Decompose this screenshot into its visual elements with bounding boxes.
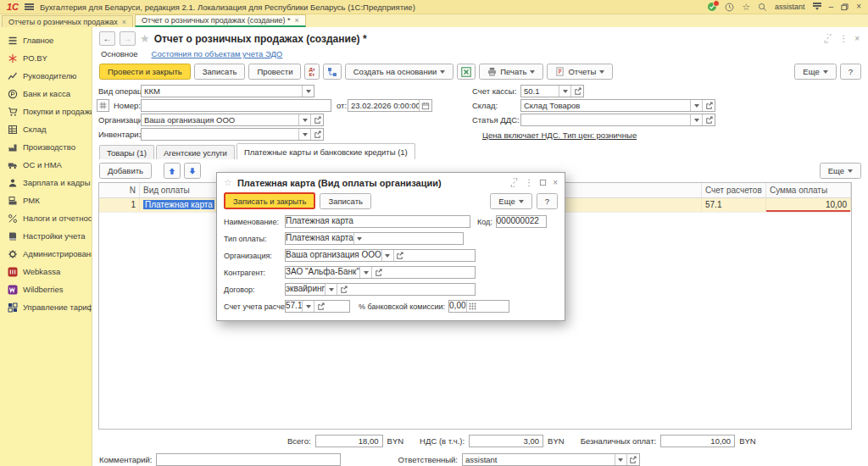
service-menu-icon[interactable] — [813, 3, 821, 12]
organization-combobox[interactable]: Ваша организация ООО — [285, 249, 476, 262]
organization-combobox[interactable]: Ваша организация ООО — [141, 114, 324, 126]
back-button[interactable]: ← — [99, 31, 115, 46]
sidebar-item-nastroiki-ucheta[interactable]: Настройки учета — [0, 227, 92, 245]
more-button[interactable]: Еще — [794, 64, 836, 80]
open-button[interactable] — [626, 454, 639, 465]
post-and-close-button[interactable]: Провести и закрыть — [99, 64, 191, 80]
forward-button[interactable]: → — [120, 31, 136, 46]
operation-combobox[interactable]: ККМ — [141, 85, 314, 97]
tab-tovary[interactable]: Товары (1) — [99, 145, 154, 159]
move-up-button[interactable] — [164, 163, 181, 179]
open-button[interactable] — [371, 267, 384, 278]
favorites-icon[interactable]: ☆ — [742, 3, 750, 12]
main-menu-icon[interactable] — [25, 3, 34, 10]
open-button[interactable] — [702, 100, 715, 111]
column-header-n[interactable]: N — [99, 183, 140, 197]
dropdown-button[interactable] — [359, 267, 371, 278]
favorite-star-icon[interactable]: ☆ — [224, 177, 232, 188]
sidebar-item-bank-i-kassa[interactable]: Банк и касса — [0, 85, 92, 103]
dialog-help-button[interactable]: ? — [537, 193, 558, 209]
sidebar-item-nalogi[interactable]: Налоги и отчетность — [0, 209, 92, 227]
help-button[interactable]: ? — [840, 64, 861, 80]
reports-button[interactable]: Отчеты — [547, 64, 613, 80]
sidebar-item-rukovoditelyu[interactable]: Руководителю — [0, 67, 92, 85]
tab-retail-sales-list[interactable]: Отчеты о розничных продажах × — [2, 15, 133, 27]
dropdown-button[interactable] — [302, 86, 314, 97]
dropdown-button[interactable] — [302, 301, 314, 312]
vat-input[interactable]: 3,00 — [469, 435, 543, 447]
dropdown-button[interactable] — [690, 114, 702, 125]
more-menu-icon[interactable]: ⋮ — [525, 178, 533, 187]
open-button[interactable] — [393, 250, 406, 261]
bank-commission-input[interactable]: 0,00 — [448, 300, 509, 313]
inventory-combobox[interactable] — [141, 128, 324, 141]
get-link-icon[interactable] — [509, 178, 519, 187]
code-input[interactable]: 000000022 — [496, 215, 547, 228]
post-button[interactable]: Провести — [248, 64, 301, 80]
payment-type-combobox[interactable]: Платежная карта — [285, 232, 464, 245]
total-input[interactable]: 18,00 — [315, 435, 383, 447]
sidebar-item-upravlenie-tarifom[interactable]: Управление тарифом — [0, 298, 92, 316]
cell-amount[interactable]: 10,00 — [766, 198, 851, 212]
history-icon[interactable] — [725, 3, 734, 12]
price-includes-vat-link[interactable]: Цена включает НДС. Тип цен: розничные — [482, 129, 637, 141]
sidebar-item-webkassa[interactable]: Webkassa — [0, 263, 92, 280]
close-window-button[interactable]: × — [856, 3, 861, 11]
nav-main[interactable]: Основное — [101, 49, 138, 58]
sidebar-item-rmk[interactable]: РМК — [0, 191, 92, 209]
close-tab-icon[interactable]: × — [295, 16, 299, 25]
show-postings-button[interactable]: ДтКт — [304, 64, 319, 80]
save-button[interactable]: Записать — [194, 64, 246, 80]
warehouse-combobox[interactable]: Склад Товаров — [520, 99, 715, 112]
notifications-icon[interactable] — [707, 2, 717, 12]
close-dialog-button[interactable]: × — [553, 178, 558, 187]
dropdown-button[interactable] — [381, 250, 393, 261]
sidebar-item-glavnoe[interactable]: Главное — [0, 31, 92, 49]
dropdown-button[interactable] — [298, 129, 310, 140]
responsible-combobox[interactable]: assistant — [462, 453, 640, 466]
current-user[interactable]: assistant — [775, 3, 805, 11]
sidebar-item-po-by[interactable]: РО.BY — [0, 49, 92, 67]
column-header-amount[interactable]: Сумма оплаты — [766, 183, 851, 197]
search-icon[interactable] — [758, 3, 767, 12]
open-button[interactable] — [310, 129, 323, 140]
close-tab-icon[interactable]: × — [122, 18, 126, 26]
contract-combobox[interactable]: эквайринг — [285, 283, 476, 296]
dropdown-button[interactable] — [690, 100, 702, 111]
cashless-input[interactable]: 10,00 — [660, 435, 735, 447]
sidebar-item-wildberries[interactable]: Wildberries — [0, 280, 92, 298]
dropdown-button[interactable] — [298, 114, 310, 125]
create-based-on-button[interactable]: Создать на основании — [345, 64, 454, 80]
get-link-icon[interactable] — [823, 34, 832, 43]
column-header-account[interactable]: Счет расчетов — [702, 183, 766, 197]
sidebar-item-sklad[interactable]: Склад — [0, 120, 92, 138]
nav-edo-link[interactable]: Состояния по объектам учета ЭДО — [152, 49, 283, 58]
open-button[interactable] — [314, 301, 326, 312]
print-button[interactable]: Печать — [479, 64, 543, 80]
dropdown-button[interactable] — [353, 233, 365, 244]
sidebar-item-pokupki-i-prodazhi[interactable]: Покупки и продажи — [0, 103, 92, 120]
tab-agentskie-uslugi[interactable]: Агентские услуги — [156, 145, 235, 159]
cell-n[interactable]: 1 — [99, 198, 140, 212]
sidebar-item-zarplata-i-kadry[interactable]: Зарплата и кадры — [0, 174, 92, 191]
name-input[interactable]: Платежная карта — [285, 215, 470, 228]
keypad-icon[interactable] — [466, 301, 479, 312]
tab-retail-sales-new[interactable]: Отчет о розничных продажах (создание) * … — [135, 14, 306, 27]
dropdown-button[interactable] — [615, 454, 626, 465]
minimize-button[interactable]: – — [829, 3, 834, 11]
tab-platezhnye-karty[interactable]: Платежные карты и банковские кредиты (1) — [236, 143, 415, 159]
counterparty-combobox[interactable]: ЗАО "Альфа-Банк" — [285, 266, 476, 279]
sidebar-item-administrirovanie[interactable]: Администрирование — [0, 245, 92, 263]
sidebar-item-os-i-nma[interactable]: ОС и НМА — [0, 156, 92, 174]
restore-button[interactable] — [841, 3, 849, 11]
dialog-save-button[interactable]: Записать — [320, 193, 371, 209]
maximize-icon[interactable] — [539, 179, 547, 186]
open-button[interactable] — [310, 114, 323, 125]
settlement-account-combobox[interactable]: 57.1 — [285, 300, 350, 313]
dropdown-button[interactable] — [325, 284, 337, 295]
date-input[interactable]: 23.02.2026 0:00:00 — [348, 99, 432, 112]
grid-more-button[interactable]: Еще — [820, 163, 861, 179]
favorite-star-icon[interactable]: ★ — [140, 33, 150, 44]
open-button[interactable] — [337, 284, 349, 295]
dds-combobox[interactable] — [520, 114, 715, 126]
